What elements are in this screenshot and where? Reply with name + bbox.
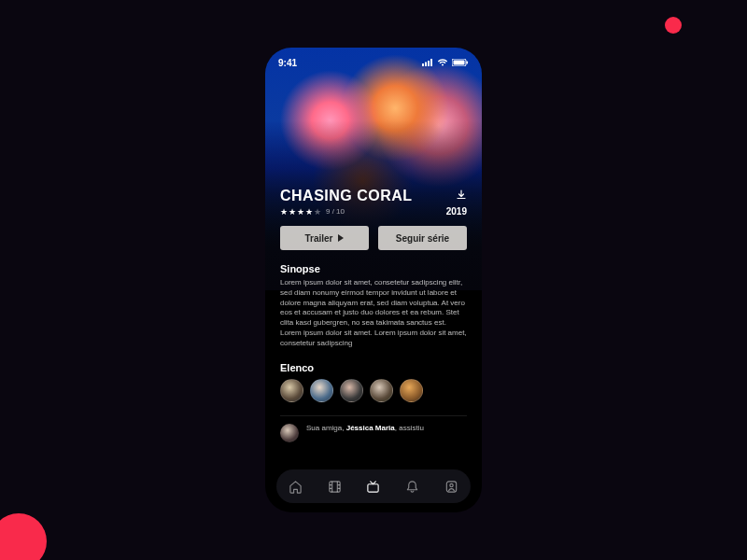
status-icons — [422, 59, 469, 66]
nav-profile[interactable] — [444, 479, 458, 494]
svg-point-10 — [449, 483, 452, 486]
rating-stars: ★ ★ ★ ★ ★ 9 / 10 — [280, 207, 345, 217]
star-icon: ★ — [314, 207, 321, 217]
nav-movies[interactable] — [327, 479, 342, 494]
cast-heading: Elenco — [280, 362, 467, 373]
star-icon: ★ — [297, 207, 304, 217]
profile-icon — [444, 480, 458, 494]
svg-rect-3 — [430, 59, 432, 66]
movie-title: CHASING CORAL — [280, 188, 413, 204]
synopsis-body: Lorem ipsum dolor sit amet, consetetur s… — [280, 278, 467, 349]
decorative-dot-bottom-left — [0, 513, 47, 560]
battery-icon — [452, 59, 469, 66]
svg-rect-7 — [330, 481, 340, 491]
rating-score: 9 / 10 — [326, 207, 345, 216]
svg-rect-5 — [454, 61, 465, 65]
activity-text: Sua amiga, Jéssica Maria, assistiu — [306, 424, 424, 433]
nav-home[interactable] — [289, 479, 303, 494]
svg-rect-0 — [422, 63, 424, 66]
trailer-label: Trailer — [304, 233, 332, 244]
avatar[interactable] — [310, 379, 333, 402]
phone-frame: 9:41 CHASING CORAL ★ ★ ★ ★ ★ 9 / 10 2019 — [265, 48, 482, 512]
bottom-nav — [276, 469, 471, 503]
svg-rect-6 — [467, 62, 469, 64]
follow-button[interactable]: Seguir série — [378, 226, 467, 250]
svg-rect-1 — [425, 63, 427, 67]
star-icon: ★ — [280, 207, 288, 217]
follow-label: Seguir série — [396, 233, 449, 244]
cast-list — [280, 379, 467, 402]
home-icon — [289, 480, 303, 494]
svg-rect-8 — [368, 483, 378, 491]
wifi-icon — [437, 59, 448, 66]
avatar[interactable] — [370, 379, 393, 402]
activity-feed-item: Sua amiga, Jéssica Maria, assistiu — [280, 415, 467, 442]
avatar[interactable] — [280, 424, 299, 442]
status-time: 9:41 — [278, 58, 297, 68]
avatar[interactable] — [340, 379, 363, 402]
status-bar: 9:41 — [265, 55, 482, 70]
film-icon — [328, 480, 342, 494]
avatar[interactable] — [400, 379, 423, 402]
download-button[interactable] — [456, 189, 467, 203]
avatar[interactable] — [280, 379, 303, 402]
star-icon: ★ — [305, 207, 313, 217]
trailer-button[interactable]: Trailer — [280, 226, 369, 250]
nav-alerts[interactable] — [405, 479, 420, 494]
synopsis-heading: Sinopse — [280, 263, 467, 274]
play-icon — [337, 234, 345, 242]
signal-icon — [422, 59, 433, 66]
nav-tv[interactable] — [366, 479, 381, 494]
bell-icon — [405, 480, 419, 494]
download-icon — [456, 189, 467, 201]
svg-rect-2 — [428, 61, 430, 66]
release-year: 2019 — [446, 206, 467, 217]
decorative-dot-top-right — [665, 17, 682, 34]
tv-icon — [366, 480, 380, 494]
star-icon: ★ — [289, 207, 296, 217]
